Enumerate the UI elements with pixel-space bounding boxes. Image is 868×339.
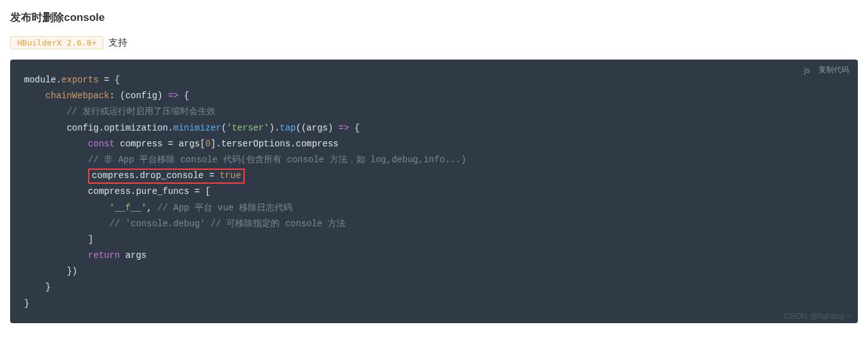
code-toolbar: js 复制代码 xyxy=(804,65,849,75)
highlighted-line: compress.drop_console = true xyxy=(88,169,245,184)
code-content: module.exports = { chainWebpack: (config… xyxy=(24,72,844,312)
section-heading: 发布时删除console xyxy=(10,10,858,25)
tag-row: HBuilderX 2.6.8+ 支持 xyxy=(10,36,858,49)
code-block: js 复制代码 module.exports = { chainWebpack:… xyxy=(10,60,858,323)
copy-button[interactable]: 复制代码 xyxy=(819,65,849,75)
support-text: 支持 xyxy=(108,37,127,49)
code-lang-label: js xyxy=(804,66,810,75)
version-tag: HBuilderX 2.6.8+ xyxy=(10,36,103,49)
watermark: CSDN @fighting ~ xyxy=(784,311,852,321)
